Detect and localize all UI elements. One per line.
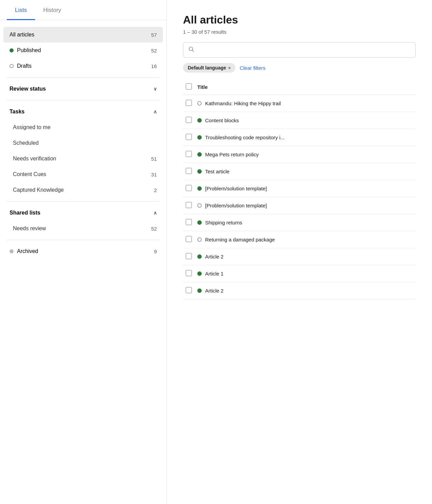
published-count: 52 bbox=[151, 48, 157, 53]
article-title[interactable]: Shipping returns bbox=[205, 220, 242, 225]
published-dot bbox=[10, 48, 14, 52]
drafts-label: Drafts bbox=[17, 63, 32, 69]
sidebar-item-drafts[interactable]: Drafts 16 bbox=[0, 58, 166, 74]
table-header-row: Title bbox=[183, 79, 416, 95]
row-title-cell: Kathmandu: Hiking the Hippy trail bbox=[195, 95, 416, 112]
status-dot-published bbox=[197, 152, 202, 157]
sidebar-item-captured-knowledge[interactable]: Captured Knowledge 2 bbox=[0, 182, 166, 198]
section-tasks[interactable]: Tasks ∧ bbox=[0, 104, 166, 120]
section-review-status[interactable]: Review status ∨ bbox=[0, 81, 166, 97]
section-shared-lists[interactable]: Shared lists ∧ bbox=[0, 205, 166, 221]
tab-history[interactable]: History bbox=[35, 0, 69, 20]
sidebar-item-archived[interactable]: Archived 9 bbox=[0, 243, 166, 259]
status-dot-published bbox=[197, 271, 202, 276]
status-dot-published bbox=[197, 118, 202, 123]
svg-line-1 bbox=[192, 50, 194, 51]
all-articles-count: 57 bbox=[151, 32, 157, 38]
row-checkbox[interactable] bbox=[186, 100, 192, 106]
filter-chip-default-language[interactable]: Default language × bbox=[183, 63, 235, 73]
archived-dot bbox=[10, 249, 14, 253]
sidebar-item-content-cues[interactable]: Content Cues 31 bbox=[0, 167, 166, 182]
row-checkbox[interactable] bbox=[186, 287, 192, 293]
review-status-label: Review status bbox=[10, 86, 46, 92]
title-column-header: Title bbox=[195, 79, 416, 95]
row-checkbox[interactable] bbox=[186, 185, 192, 191]
article-title[interactable]: Kathmandu: Hiking the Hippy trail bbox=[205, 100, 281, 106]
status-dot-published bbox=[197, 288, 202, 293]
select-all-checkbox[interactable] bbox=[186, 83, 192, 90]
row-checkbox-cell bbox=[183, 231, 195, 248]
status-dot-draft bbox=[197, 237, 202, 242]
article-title[interactable]: Returning a damaged package bbox=[205, 237, 275, 242]
table-row: Returning a damaged package bbox=[183, 231, 416, 248]
article-title[interactable]: [Problem/solution template] bbox=[205, 203, 267, 208]
row-checkbox[interactable] bbox=[186, 236, 192, 242]
sidebar-item-needs-review[interactable]: Needs review 52 bbox=[0, 221, 166, 236]
tab-lists[interactable]: Lists bbox=[7, 0, 35, 20]
select-all-checkbox-cell bbox=[183, 79, 195, 95]
row-checkbox-cell bbox=[183, 163, 195, 180]
table-row: Article 1 bbox=[183, 265, 416, 282]
row-checkbox-cell bbox=[183, 95, 195, 112]
row-checkbox-cell bbox=[183, 282, 195, 299]
table-row: Kathmandu: Hiking the Hippy trail bbox=[183, 95, 416, 112]
divider-2 bbox=[7, 100, 160, 100]
close-icon[interactable]: × bbox=[228, 65, 231, 70]
row-checkbox-cell bbox=[183, 129, 195, 146]
sidebar-item-scheduled[interactable]: Scheduled bbox=[0, 135, 166, 151]
row-title-cell: [Problem/solution template] bbox=[195, 197, 416, 214]
row-title-cell: [Problem/solution template] bbox=[195, 180, 416, 197]
article-title[interactable]: Test article bbox=[205, 169, 230, 174]
page-title: All articles bbox=[183, 14, 416, 26]
table-row: Mega Pets return policy bbox=[183, 146, 416, 163]
row-checkbox[interactable] bbox=[186, 117, 192, 123]
sidebar-item-needs-verification[interactable]: Needs verification 51 bbox=[0, 151, 166, 167]
row-checkbox-cell bbox=[183, 146, 195, 163]
all-articles-label: All articles bbox=[10, 32, 34, 38]
articles-table: Title Kathmandu: Hiking the Hippy trail bbox=[183, 79, 416, 299]
sidebar-item-assigned-to-me[interactable]: Assigned to me bbox=[0, 120, 166, 135]
search-bar[interactable] bbox=[183, 42, 416, 58]
table-row: Article 2 bbox=[183, 248, 416, 265]
status-dot-published bbox=[197, 220, 202, 225]
chevron-down-icon: ∨ bbox=[153, 86, 157, 92]
status-dot-published bbox=[197, 254, 202, 259]
sidebar-item-published[interactable]: Published 52 bbox=[0, 43, 166, 58]
article-title[interactable]: Article 1 bbox=[205, 271, 223, 277]
table-row: Shipping returns bbox=[183, 214, 416, 231]
status-dot-published bbox=[197, 186, 202, 191]
row-checkbox[interactable] bbox=[186, 134, 192, 140]
clear-filters-button[interactable]: Clear filters bbox=[239, 65, 265, 71]
sidebar-content: All articles 57 Published 52 Drafts 16 R… bbox=[0, 20, 166, 504]
row-checkbox[interactable] bbox=[186, 253, 192, 259]
needs-verification-count: 51 bbox=[151, 156, 157, 162]
filter-chip-label: Default language bbox=[188, 65, 226, 70]
tasks-label: Tasks bbox=[10, 109, 24, 115]
table-row: Article 2 bbox=[183, 282, 416, 299]
article-title[interactable]: Article 2 bbox=[205, 254, 223, 259]
chevron-up-icon-2: ∧ bbox=[153, 210, 157, 216]
row-checkbox-cell bbox=[183, 112, 195, 129]
row-checkbox-cell bbox=[183, 197, 195, 214]
row-title-cell: Returning a damaged package bbox=[195, 231, 416, 248]
search-input[interactable] bbox=[198, 47, 411, 53]
row-checkbox[interactable] bbox=[186, 151, 192, 157]
row-title-cell: Mega Pets return policy bbox=[195, 146, 416, 163]
article-title[interactable]: Troubleshooting code repository i... bbox=[205, 135, 285, 140]
captured-knowledge-count: 2 bbox=[154, 187, 157, 193]
status-dot-published bbox=[197, 135, 202, 140]
article-title[interactable]: Article 2 bbox=[205, 288, 223, 294]
row-checkbox[interactable] bbox=[186, 168, 192, 174]
archived-count: 9 bbox=[154, 249, 157, 254]
row-title-cell: Content blocks bbox=[195, 112, 416, 129]
article-title[interactable]: Mega Pets return policy bbox=[205, 152, 259, 157]
article-title[interactable]: [Problem/solution template] bbox=[205, 186, 267, 191]
article-title[interactable]: Content blocks bbox=[205, 117, 239, 123]
row-title-cell: Article 1 bbox=[195, 265, 416, 282]
row-checkbox[interactable] bbox=[186, 270, 192, 276]
row-checkbox[interactable] bbox=[186, 219, 192, 225]
published-label: Published bbox=[17, 47, 41, 53]
row-checkbox[interactable] bbox=[186, 202, 192, 208]
sidebar-item-all-articles[interactable]: All articles 57 bbox=[3, 27, 163, 43]
archived-label: Archived bbox=[17, 248, 38, 254]
